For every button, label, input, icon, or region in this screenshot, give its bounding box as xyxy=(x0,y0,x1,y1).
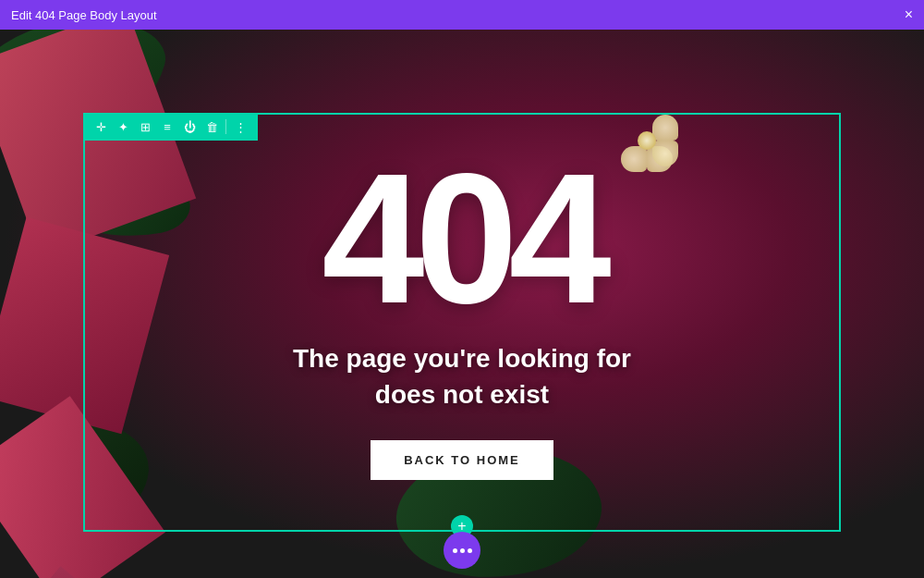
error-number: 404 xyxy=(322,146,602,331)
page-content: 404 The page you're looking fordoes not … xyxy=(0,30,924,578)
dot-3 xyxy=(468,548,472,553)
title-bar-text: Edit 404 Page Body Layout xyxy=(11,8,157,22)
power-icon[interactable]: ⏻ xyxy=(179,117,200,137)
toolbar-divider xyxy=(225,119,226,134)
dots-menu-button[interactable] xyxy=(444,532,480,569)
dot-2 xyxy=(460,548,465,553)
error-message: The page you're looking fordoes not exis… xyxy=(293,340,631,412)
settings-icon[interactable]: ✦ xyxy=(113,117,133,137)
delete-icon[interactable]: 🗑 xyxy=(201,117,222,137)
more-icon[interactable]: ⋮ xyxy=(230,117,250,137)
close-button[interactable]: × xyxy=(905,7,913,22)
toolbar: ✛ ✦ ⊞ ≡ ⏻ 🗑 ⋮ xyxy=(83,113,258,141)
columns-icon[interactable]: ≡ xyxy=(157,117,177,137)
canvas-area: ✛ ✦ ⊞ ≡ ⏻ 🗑 ⋮ 404 The page you're lookin… xyxy=(0,30,924,578)
title-bar: Edit 404 Page Body Layout × xyxy=(0,0,924,30)
move-icon[interactable]: ✛ xyxy=(91,117,111,137)
duplicate-icon[interactable]: ⊞ xyxy=(135,117,155,137)
back-to-home-button[interactable]: BACK TO HOME xyxy=(371,440,553,480)
dot-1 xyxy=(453,548,457,553)
